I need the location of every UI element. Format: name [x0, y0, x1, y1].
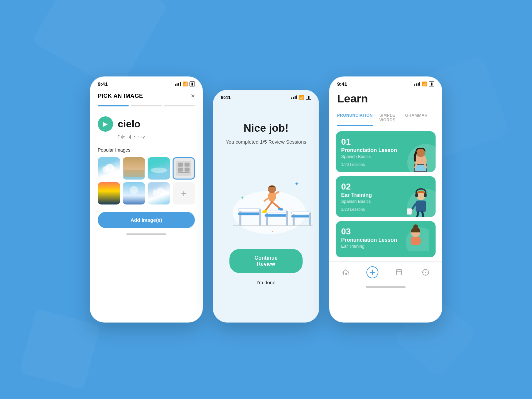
bottom-nav [329, 261, 442, 281]
svg-rect-22 [265, 214, 287, 217]
signal-bars-3 [414, 82, 420, 86]
svg-line-57 [422, 212, 424, 217]
nav-add[interactable] [366, 266, 378, 278]
svg-rect-49 [416, 200, 426, 212]
svg-text:✦: ✦ [294, 181, 299, 187]
nav-home[interactable] [340, 266, 352, 278]
nav-compass[interactable] [420, 266, 432, 278]
signal-bar [180, 82, 181, 86]
signal-bar [419, 82, 420, 86]
nav-book[interactable] [393, 266, 405, 278]
speaker-button[interactable]: ▶ [98, 116, 113, 132]
svg-rect-52 [424, 193, 427, 197]
status-bar-2: 9:41 📶 ▮ [213, 90, 319, 102]
image-grid: + [90, 157, 203, 208]
image-cell-3[interactable] [148, 157, 170, 180]
close-button[interactable]: × [191, 92, 195, 100]
status-time-3: 9:41 [337, 81, 347, 87]
svg-point-66 [425, 272, 426, 273]
svg-rect-26 [291, 215, 311, 217]
svg-rect-45 [413, 172, 428, 172]
image-cell-7[interactable] [148, 182, 170, 204]
signal-bar [177, 83, 178, 86]
svg-point-14 [162, 190, 168, 195]
phones-container: 9:41 📶 ▮ PICK AN IMAGE × [90, 76, 442, 323]
svg-rect-6 [178, 163, 183, 167]
status-time-2: 9:41 [221, 94, 231, 100]
battery-icon-1: ▮ [190, 81, 195, 86]
lesson-card-1[interactable]: 01 Pronunciation Lesson Spanish Basics 1… [336, 131, 436, 172]
add-more-cell[interactable]: + [173, 182, 195, 204]
status-time-1: 9:41 [98, 81, 108, 87]
svg-rect-9 [185, 168, 190, 172]
svg-rect-55 [407, 208, 412, 214]
image-cell-6[interactable] [123, 182, 145, 204]
learn-title: Learn [329, 89, 442, 110]
plus-icon: + [181, 188, 186, 199]
nicejob-title: Nice job! [223, 122, 309, 134]
image-thumb-2 [123, 157, 145, 180]
image-cell-4[interactable] [173, 157, 195, 180]
phone-nice-job: 9:41 📶 ▮ Nice job! You completed 1/5 Rev… [213, 90, 319, 323]
progress-bar [90, 105, 203, 113]
svg-point-60 [413, 224, 418, 229]
svg-rect-18 [238, 212, 261, 215]
svg-rect-19 [259, 209, 261, 226]
svg-line-56 [417, 212, 418, 217]
svg-rect-21 [265, 210, 287, 213]
svg-rect-61 [411, 237, 421, 245]
word-subtitle: ['sje.lo] • sky [90, 134, 203, 147]
svg-text:•: • [272, 229, 273, 233]
hurdle-svg: ✦ + • [223, 159, 316, 239]
word-display: cielo [118, 118, 140, 130]
add-images-button[interactable]: Add Image(s) [98, 212, 195, 228]
svg-rect-23 [286, 211, 288, 226]
image-cell-2[interactable] [123, 157, 145, 180]
continue-review-button[interactable]: Continue Review [229, 249, 303, 273]
pronunciation-text: ['sje.lo] [118, 134, 131, 139]
image-thumb-4 [174, 158, 194, 179]
signal-bars-2 [291, 95, 297, 99]
image-thumb-1 [98, 157, 120, 180]
tab-grammar[interactable]: GRAMMAR [405, 110, 428, 126]
pick-header: PICK AN IMAGE × [90, 89, 203, 105]
signal-bar [175, 84, 176, 86]
status-bar-1: 9:41 📶 ▮ [90, 76, 203, 89]
image-thumb-6 [123, 182, 145, 204]
tab-pronunciation[interactable]: PRONUNCIATION [337, 110, 373, 126]
card-illustration-2 [402, 181, 436, 217]
tab-simple-words[interactable]: SIMPLE WORDS [379, 110, 399, 126]
svg-rect-51 [415, 193, 418, 197]
home-icon [342, 268, 350, 276]
svg-rect-7 [178, 168, 183, 172]
svg-rect-17 [238, 208, 261, 211]
progress-seg-1 [98, 105, 129, 106]
svg-rect-25 [291, 212, 311, 214]
svg-rect-3 [124, 170, 144, 177]
status-bar-3: 9:41 📶 ▮ [329, 76, 442, 89]
translation-text: sky [138, 134, 145, 139]
status-icons-1: 📶 ▮ [175, 81, 195, 86]
svg-text:+: + [241, 195, 244, 200]
progress-seg-2 [131, 105, 162, 106]
svg-point-4 [151, 168, 167, 173]
image-cell-1[interactable] [98, 157, 120, 180]
wifi-icon-1: 📶 [183, 81, 188, 86]
signal-bar [291, 97, 292, 99]
svg-rect-16 [239, 209, 241, 226]
image-thumb-5 [98, 182, 120, 204]
nicejob-subtitle: You completed 1/5 Review Sessions [223, 138, 309, 146]
image-cell-5[interactable] [98, 182, 120, 204]
svg-rect-8 [185, 163, 190, 167]
wifi-icon-3: 📶 [422, 81, 427, 86]
lesson-card-2[interactable]: 02 Ear Training Spanish Basics 2/20 Less… [336, 176, 436, 217]
svg-rect-20 [266, 211, 268, 226]
plus-icon [369, 269, 376, 276]
phone-pick-image: 9:41 📶 ▮ PICK AN IMAGE × [90, 76, 203, 323]
nicejob-section: Nice job! You completed 1/5 Review Sessi… [213, 102, 319, 153]
lesson-card-3[interactable]: 03 Pronunciation Lesson Ear Training [336, 221, 436, 257]
progress-seg-3 [164, 105, 195, 106]
image-thumb-7 [148, 182, 170, 204]
done-link[interactable]: I'm done [213, 280, 319, 285]
wifi-icon-2: 📶 [299, 95, 304, 100]
